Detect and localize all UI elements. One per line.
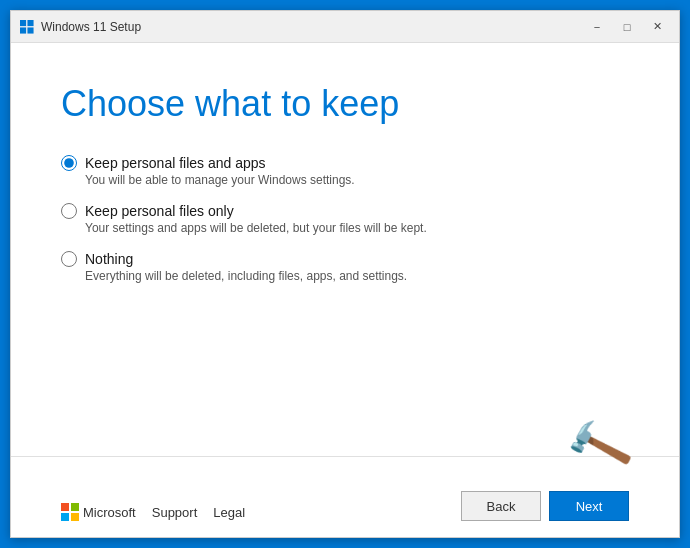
radio-keep-files-only[interactable]: [61, 203, 77, 219]
option-2-description: Your settings and apps will be deleted, …: [85, 221, 629, 235]
footer-links: Microsoft Support Legal: [61, 503, 245, 521]
ms-logo-blue: [61, 513, 69, 521]
next-button[interactable]: Next: [549, 491, 629, 521]
option-3-description: Everything will be deleted, including fi…: [85, 269, 629, 283]
option-keep-files-only: Keep personal files only Your settings a…: [61, 203, 629, 235]
options-section: Keep personal files and apps You will be…: [61, 155, 629, 283]
setup-window: Windows 11 Setup − □ ✕ Choose what to ke…: [10, 10, 680, 538]
svg-rect-1: [27, 20, 33, 26]
svg-rect-0: [20, 20, 26, 26]
microsoft-logo: Microsoft: [61, 503, 136, 521]
option-1-description: You will be able to manage your Windows …: [85, 173, 629, 187]
page-title: Choose what to keep: [61, 83, 629, 125]
option-2-label-row: Keep personal files only: [61, 203, 629, 219]
minimize-button[interactable]: −: [583, 17, 611, 37]
footer: Microsoft Support Legal 🔨 Back Next: [11, 457, 679, 537]
close-button[interactable]: ✕: [643, 17, 671, 37]
option-1-label-row: Keep personal files and apps: [61, 155, 629, 171]
footer-buttons: Back Next: [461, 491, 629, 521]
ms-logo-grid: [61, 503, 79, 521]
windows-icon: [19, 19, 35, 35]
ms-logo-red: [61, 503, 69, 511]
radio-nothing[interactable]: [61, 251, 77, 267]
title-bar-controls: − □ ✕: [583, 17, 671, 37]
option-3-label-row: Nothing: [61, 251, 629, 267]
radio-keep-files-apps[interactable]: [61, 155, 77, 171]
option-keep-files-apps: Keep personal files and apps You will be…: [61, 155, 629, 187]
window-title: Windows 11 Setup: [41, 20, 141, 34]
option-1-label[interactable]: Keep personal files and apps: [85, 155, 266, 171]
svg-rect-3: [27, 27, 33, 33]
option-3-label[interactable]: Nothing: [85, 251, 133, 267]
content-area: Choose what to keep Keep personal files …: [11, 43, 679, 456]
back-button[interactable]: Back: [461, 491, 541, 521]
legal-link[interactable]: Legal: [213, 505, 245, 520]
ms-logo-yellow: [71, 513, 79, 521]
option-nothing: Nothing Everything will be deleted, incl…: [61, 251, 629, 283]
maximize-button[interactable]: □: [613, 17, 641, 37]
title-bar: Windows 11 Setup − □ ✕: [11, 11, 679, 43]
svg-rect-2: [20, 27, 26, 33]
option-2-label[interactable]: Keep personal files only: [85, 203, 234, 219]
ms-logo-green: [71, 503, 79, 511]
microsoft-brand-text: Microsoft: [83, 505, 136, 520]
title-bar-left: Windows 11 Setup: [19, 19, 141, 35]
support-link[interactable]: Support: [152, 505, 198, 520]
